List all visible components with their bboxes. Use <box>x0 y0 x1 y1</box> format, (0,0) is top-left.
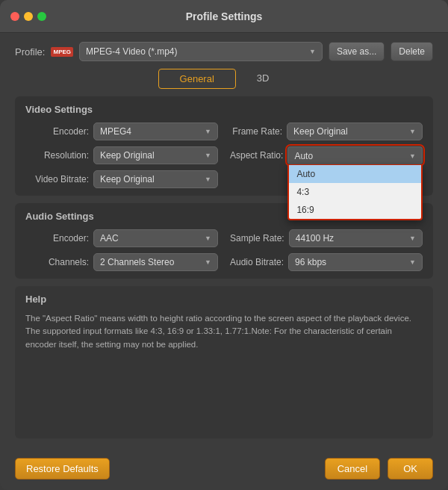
audio-encoder-row: Encoder: AAC ▼ <box>25 229 218 247</box>
restore-defaults-button[interactable]: Restore Defaults <box>15 458 110 480</box>
delete-button[interactable]: Delete <box>391 42 433 61</box>
aspect-option-auto[interactable]: Auto <box>289 165 421 183</box>
video-settings-section: Video Settings Encoder: MPEG4 ▼ Frame Ra… <box>15 96 433 196</box>
video-settings-grid: Encoder: MPEG4 ▼ Frame Rate: Keep Origin… <box>25 122 423 188</box>
help-section: Help The "Aspect Ratio" means width to h… <box>15 286 433 438</box>
frame-rate-value: Keep Original <box>293 126 348 137</box>
audio-encoder-label: Encoder: <box>25 233 89 244</box>
video-bitrate-dropdown[interactable]: Keep Original ▼ <box>93 170 218 188</box>
resolution-value: Keep Original <box>100 150 155 161</box>
sample-rate-label: Sample Rate: <box>230 233 284 244</box>
audio-settings-grid: Encoder: AAC ▼ Sample Rate: 44100 Hz ▼ <box>25 229 423 271</box>
window-title: Profile Settings <box>186 10 263 22</box>
frame-rate-chevron-icon: ▼ <box>409 128 416 135</box>
audio-bitrate-dropdown[interactable]: 96 kbps ▼ <box>288 253 423 271</box>
footer-right-buttons: Cancel OK <box>325 458 433 480</box>
aspect-ratio-label: Aspect Ratio: <box>230 150 283 161</box>
encoder-label: Encoder: <box>25 126 89 137</box>
mpeg-icon: MPEG <box>51 47 73 57</box>
aspect-ratio-chevron-icon: ▼ <box>409 152 416 160</box>
profile-row: Profile: MPEG MPEG-4 Video (*.mp4) ▼ Sav… <box>15 42 433 61</box>
aspect-ratio-options-list: Auto 4:3 16:9 <box>287 164 423 220</box>
frame-rate-label: Frame Rate: <box>230 126 282 137</box>
aspect-option-16-9[interactable]: 16:9 <box>289 201 421 219</box>
sample-rate-value: 44100 Hz <box>296 233 334 244</box>
video-bitrate-chevron-icon: ▼ <box>205 176 211 183</box>
encoder-row: Encoder: MPEG4 ▼ <box>25 122 218 140</box>
audio-bitrate-value: 96 kbps <box>295 257 326 267</box>
traffic-lights <box>10 12 46 21</box>
profile-label: Profile: <box>15 46 45 58</box>
sample-rate-row: Sample Rate: 44100 Hz ▼ <box>230 229 423 247</box>
profile-value: MPEG-4 Video (*.mp4) <box>86 46 178 57</box>
frame-rate-dropdown[interactable]: Keep Original ▼ <box>287 122 423 140</box>
aspect-option-4-3[interactable]: 4:3 <box>289 183 421 201</box>
audio-encoder-chevron-icon: ▼ <box>205 235 211 242</box>
aspect-ratio-row: Aspect Ratio: Auto ▼ Auto 4:3 16:9 <box>230 146 423 164</box>
minimize-button[interactable] <box>24 12 33 21</box>
footer: Restore Defaults Cancel OK <box>0 450 448 490</box>
sample-rate-dropdown[interactable]: 44100 Hz ▼ <box>289 229 423 247</box>
channels-row: Channels: 2 Channels Stereo ▼ <box>25 253 218 271</box>
resolution-label: Resolution: <box>25 150 89 161</box>
aspect-ratio-dropdown[interactable]: Auto ▼ <box>287 146 423 164</box>
encoder-value: MPEG4 <box>100 126 131 137</box>
video-bitrate-row: Video Bitrate: Keep Original ▼ <box>25 170 218 188</box>
close-button[interactable] <box>10 12 19 21</box>
tab-general[interactable]: General <box>158 69 236 89</box>
ok-button[interactable]: OK <box>388 458 433 480</box>
cancel-button[interactable]: Cancel <box>325 458 380 480</box>
video-bitrate-value: Keep Original <box>100 174 155 184</box>
tab-3d[interactable]: 3D <box>236 69 290 89</box>
channels-chevron-icon: ▼ <box>205 258 211 266</box>
encoder-chevron-icon: ▼ <box>205 128 211 135</box>
audio-encoder-value: AAC <box>100 233 119 244</box>
window: Profile Settings Profile: MPEG MPEG-4 Vi… <box>0 0 448 490</box>
frame-rate-row: Frame Rate: Keep Original ▼ <box>230 122 423 140</box>
video-bitrate-label: Video Bitrate: <box>25 174 89 184</box>
video-settings-title: Video Settings <box>25 104 423 115</box>
aspect-ratio-value: Auto <box>294 151 313 161</box>
save-as-button[interactable]: Save as... <box>329 42 385 61</box>
audio-encoder-dropdown[interactable]: AAC ▼ <box>93 229 218 247</box>
audio-bitrate-label: Audio Bitrate: <box>230 257 284 267</box>
help-title: Help <box>25 294 423 305</box>
sample-rate-chevron-icon: ▼ <box>409 235 416 242</box>
tabs-row: General 3D <box>15 69 433 89</box>
audio-bitrate-chevron-icon: ▼ <box>409 258 416 266</box>
resolution-chevron-icon: ▼ <box>205 152 211 159</box>
encoder-dropdown[interactable]: MPEG4 ▼ <box>93 122 218 140</box>
channels-label: Channels: <box>25 257 89 267</box>
aspect-ratio-container: Auto ▼ Auto 4:3 16:9 <box>287 146 423 164</box>
title-bar: Profile Settings <box>0 0 448 33</box>
resolution-dropdown[interactable]: Keep Original ▼ <box>93 146 218 164</box>
resolution-row: Resolution: Keep Original ▼ <box>25 146 218 164</box>
audio-bitrate-row: Audio Bitrate: 96 kbps ▼ <box>230 253 423 271</box>
maximize-button[interactable] <box>37 12 46 21</box>
profile-chevron-icon: ▼ <box>309 48 316 55</box>
help-text: The "Aspect Ratio" means width to height… <box>25 312 423 351</box>
channels-dropdown[interactable]: 2 Channels Stereo ▼ <box>93 253 218 271</box>
channels-value: 2 Channels Stereo <box>100 257 174 267</box>
main-content: Profile: MPEG MPEG-4 Video (*.mp4) ▼ Sav… <box>0 33 448 450</box>
profile-dropdown[interactable]: MPEG-4 Video (*.mp4) ▼ <box>79 42 323 61</box>
